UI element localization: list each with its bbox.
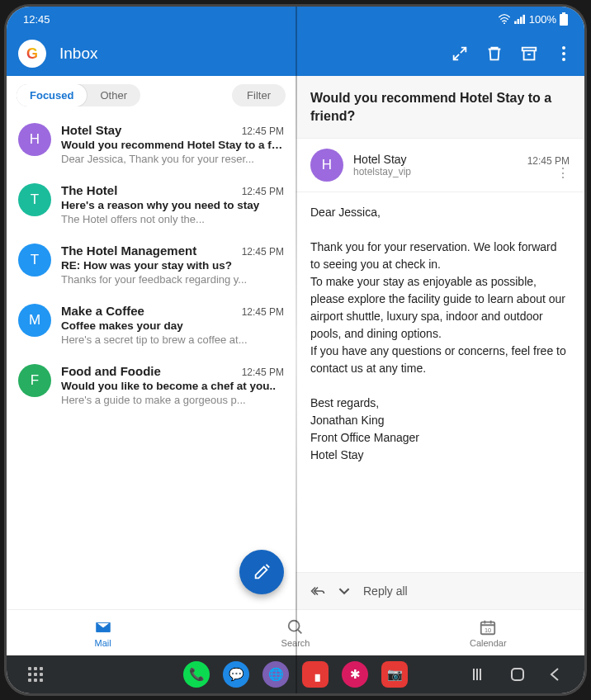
sender-address: hotelstay_vip — [353, 166, 518, 177]
mail-icon — [94, 618, 112, 636]
reading-pane: Would you recommend Hotel Stay to a frie… — [296, 76, 584, 609]
email-time: 12:45 PM — [242, 306, 284, 318]
sender-avatar[interactable]: H — [310, 149, 343, 182]
dock-phone-icon[interactable]: 📞 — [183, 661, 210, 688]
svg-text:10: 10 — [485, 626, 491, 633]
reply-bar[interactable]: Reply all — [296, 572, 584, 609]
reply-label: Reply all — [363, 584, 408, 598]
email-time: 12:45 PM — [242, 186, 284, 197]
dock-camera-icon[interactable]: 📷 — [381, 661, 408, 688]
apps-grid-icon[interactable] — [28, 667, 43, 682]
more-icon[interactable] — [555, 45, 573, 63]
tab-focused[interactable]: Focused — [17, 84, 87, 106]
status-bar: 12:45 100% — [7, 7, 584, 31]
svg-rect-7 — [522, 48, 537, 51]
message-body: Dear Jessica, Thank you for your reserva… — [296, 192, 584, 572]
wifi-icon — [498, 14, 511, 24]
email-subject: Coffee makes your day — [61, 319, 284, 332]
app-header: Inbox — [7, 31, 584, 76]
inbox-title: Inbox — [59, 45, 437, 63]
system-bar: 📞 💬 🌐 ▗ ✱ 📷 — [7, 655, 584, 693]
filter-button[interactable]: Filter — [232, 84, 286, 106]
svg-rect-3 — [520, 17, 522, 24]
battery-icon — [560, 12, 568, 26]
svg-rect-2 — [517, 19, 519, 24]
email-subject: Would you like to become a chef at you.. — [61, 380, 284, 392]
email-preview: Here's a secret tip to brew a coffee at.… — [61, 333, 284, 346]
message-subject: Would you recommend Hotel Stay to a frie… — [296, 76, 584, 138]
email-preview: Thanks for your feedback regarding y... — [61, 273, 284, 286]
email-list-pane: Focused Other Filter HHotel Stay12:45 PM… — [7, 76, 296, 609]
bottom-nav: Mail Search 10 Calendar — [7, 609, 584, 655]
message-header: H Hotel Stay hotelstay_vip 12:45 PM ⋮ — [296, 138, 584, 192]
email-sender: Food and Foodie — [61, 364, 161, 378]
nav-mail[interactable]: Mail — [7, 610, 199, 655]
email-avatar: F — [18, 364, 51, 397]
reply-all-icon — [310, 585, 325, 597]
email-item[interactable]: FFood and Foodie12:45 PMWould you like t… — [7, 356, 296, 416]
email-list: HHotel Stay12:45 PMWould you recommend H… — [7, 115, 296, 609]
message-time: 12:45 PM — [527, 155, 570, 167]
email-time: 12:45 PM — [242, 246, 284, 258]
svg-point-8 — [289, 620, 300, 631]
svg-rect-11 — [512, 669, 523, 680]
email-item[interactable]: MMake a Coffee12:45 PMCoffee makes your … — [7, 296, 296, 356]
battery-text: 100% — [529, 13, 556, 26]
email-subject: Here's a reason why you need to stay — [61, 199, 284, 211]
sender-name: Hotel Stay — [353, 153, 518, 166]
email-item[interactable]: TThe Hotel Management12:45 PMRE: How was… — [7, 235, 296, 296]
email-time: 12:45 PM — [242, 367, 284, 378]
svg-rect-6 — [562, 12, 565, 14]
email-sender: The Hotel — [61, 183, 117, 197]
email-avatar: M — [18, 304, 51, 337]
email-sender: Make a Coffee — [61, 304, 144, 318]
account-avatar[interactable] — [18, 40, 46, 68]
delete-icon[interactable] — [485, 45, 504, 63]
chevron-down-icon[interactable] — [337, 585, 352, 597]
focus-tabs: Focused Other — [17, 84, 140, 106]
email-subject: Would you recommend Hotel Stay to a fr..… — [61, 139, 284, 151]
dock-app-icon[interactable]: ▗ — [302, 661, 329, 688]
email-time: 12:45 PM — [242, 125, 284, 137]
email-item[interactable]: HHotel Stay12:45 PMWould you recommend H… — [7, 115, 296, 175]
email-preview: The Hotel offers not only the... — [61, 213, 284, 225]
email-avatar: T — [18, 183, 51, 216]
email-sender: Hotel Stay — [61, 123, 121, 137]
email-subject: RE: How was your stay with us? — [61, 259, 284, 272]
svg-rect-4 — [522, 15, 525, 24]
dock-messages-icon[interactable]: 💬 — [223, 661, 249, 688]
email-sender: The Hotel Management — [61, 244, 196, 258]
signal-icon — [514, 14, 526, 24]
archive-icon[interactable] — [520, 45, 538, 63]
search-icon — [286, 618, 305, 636]
tab-other[interactable]: Other — [87, 84, 140, 106]
svg-point-0 — [504, 22, 505, 24]
email-avatar: H — [18, 123, 51, 156]
email-preview: Dear Jessica, Thank you for your reser..… — [61, 153, 284, 165]
expand-icon[interactable] — [451, 45, 469, 63]
nav-search[interactable]: Search — [199, 610, 391, 655]
email-item[interactable]: TThe Hotel12:45 PMHere's a reason why yo… — [7, 175, 296, 235]
clock: 12:45 — [23, 13, 50, 26]
back-button[interactable] — [548, 667, 563, 682]
nav-calendar[interactable]: 10 Calendar — [392, 610, 584, 655]
email-preview: Here's a guide to make a gorgeous p... — [61, 394, 284, 406]
home-button[interactable] — [510, 667, 525, 682]
email-avatar: T — [18, 244, 51, 277]
compose-button[interactable] — [239, 550, 284, 594]
svg-rect-5 — [560, 14, 568, 26]
dock-gallery-icon[interactable]: ✱ — [342, 661, 368, 688]
message-more-icon[interactable]: ⋮ — [556, 172, 570, 176]
recents-button[interactable] — [472, 667, 487, 682]
dock-browser-icon[interactable]: 🌐 — [262, 661, 289, 688]
calendar-icon: 10 — [479, 618, 497, 636]
svg-rect-1 — [514, 21, 517, 24]
